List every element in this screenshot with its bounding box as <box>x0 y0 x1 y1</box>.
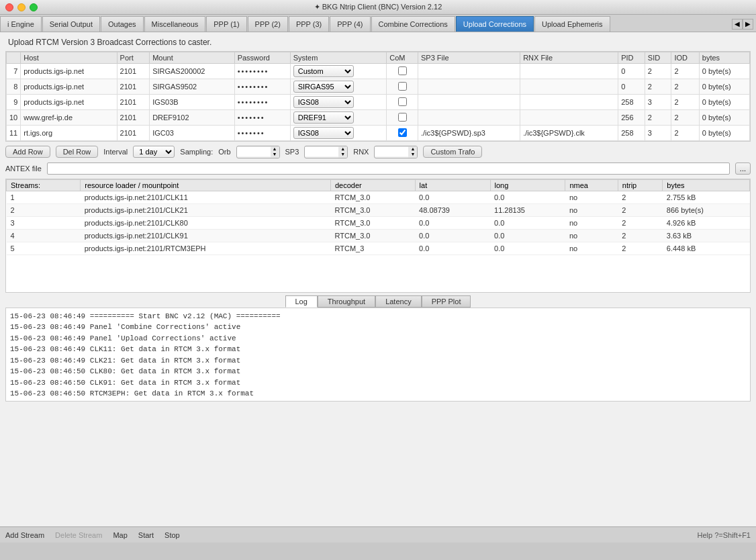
table-row: 11rt.igs.org2101IGC03•••••••CustomIGS08S… <box>7 126 750 141</box>
table-cell <box>418 110 520 126</box>
rnx-down-arrow[interactable]: ▼ <box>408 152 417 157</box>
tab-ppp-(3)[interactable]: PPP (3) <box>289 16 329 32</box>
tab-i-engine[interactable]: i Engine <box>0 16 42 32</box>
table-cell: 0 <box>618 79 645 95</box>
tab-serial-output[interactable]: Serial Output <box>42 16 100 32</box>
sp3-up-arrow[interactable]: ▲ <box>338 146 347 152</box>
add-stream-button[interactable]: Add Stream <box>5 531 44 539</box>
log-tab-throughput[interactable]: Throughput <box>318 295 375 308</box>
orb-spinner[interactable]: 60 sec ▲ ▼ <box>236 146 280 158</box>
table-cell: rt.igs.org <box>21 126 117 141</box>
log-tab-latency[interactable]: Latency <box>375 295 422 308</box>
stream-cell: products.igs-ip.net:2101/CLK21 <box>81 203 331 216</box>
com-checkbox[interactable] <box>398 66 407 75</box>
custom-trafo-button[interactable]: Custom Trafo <box>423 146 482 158</box>
sampling-label: Sampling: <box>180 148 213 156</box>
tab-combine-corrections[interactable]: Combine Corrections <box>371 16 455 32</box>
table-cell <box>418 95 520 110</box>
table-cell: 258 <box>618 126 645 141</box>
stream-cell: products.igs-ip.net:2101/CLK11 <box>81 191 331 203</box>
tab-bar: i EngineSerial OutputOutagesMiscellaneou… <box>0 15 756 32</box>
col-header-password: Password <box>234 52 290 64</box>
col-header-host: Host <box>21 52 117 64</box>
table-cell: 2 <box>671 64 699 79</box>
rnx-input[interactable]: 10 sec <box>375 147 408 156</box>
antex-input[interactable]: /Users/weber/BNC/Example_Configs/Input/i… <box>47 162 730 175</box>
tab-ppp-(2)[interactable]: PPP (2) <box>248 16 288 32</box>
com-checkbox[interactable] <box>398 113 407 122</box>
system-select[interactable]: CustomIGS08SIRGAS95DREF91ETRS89 <box>293 111 354 124</box>
stream-cell: RTCM_3.0 <box>330 203 415 216</box>
table-cell: products.igs-ip.net <box>21 79 117 95</box>
log-tab-log[interactable]: Log <box>285 295 318 308</box>
log-tab-ppp-plot[interactable]: PPP Plot <box>422 295 471 308</box>
table-cell: 7 <box>7 64 21 79</box>
antex-browse-button[interactable]: ... <box>735 162 751 175</box>
sp3-spinner[interactable]: 1 min ▲ ▼ <box>304 146 348 158</box>
sp3-input[interactable]: 1 min <box>305 147 338 156</box>
tab-miscellaneous[interactable]: Miscellaneous <box>144 16 206 32</box>
close-button[interactable] <box>5 3 13 11</box>
tab-ppp-(4)[interactable]: PPP (4) <box>330 16 370 32</box>
stream-cell: 48.08739 <box>415 203 490 216</box>
add-row-button[interactable]: Add Row <box>5 146 50 158</box>
table-cell: SIRGAS200002 <box>150 64 235 79</box>
interval-select[interactable]: 1 day1 hour1 min <box>133 146 175 158</box>
log-area: 15-06-23 08:46:49 ========== Start BNC v… <box>5 308 751 402</box>
table-cell: DREF9102 <box>150 110 235 126</box>
tab-upload-ephemeris[interactable]: Upload Ephemeris <box>534 16 610 32</box>
com-checkbox[interactable] <box>398 82 407 91</box>
orb-label: Orb <box>218 148 230 156</box>
table-row: 8products.igs-ip.net2101SIRGAS9502••••••… <box>7 79 750 95</box>
table-cell: SIRGAS9502 <box>150 79 235 95</box>
stream-cell: 0.0 <box>490 191 565 203</box>
table-cell: IGS03B <box>150 95 235 110</box>
table-cell <box>418 64 520 79</box>
com-checkbox[interactable] <box>398 128 407 137</box>
log-tabs: LogThroughputLatencyPPP Plot <box>5 295 751 308</box>
stream-cell: 2 <box>7 203 81 216</box>
col-header-pid: PID <box>618 52 645 64</box>
table-cell: 2101 <box>117 110 150 126</box>
table-cell: 2 <box>645 110 671 126</box>
col-header-port: Port <box>117 52 150 64</box>
system-select[interactable]: CustomIGS08SIRGAS95DREF91ETRS89 <box>293 81 354 93</box>
log-line: 15-06-23 08:46:49 ========== Start BNC v… <box>10 311 746 322</box>
stream-row: 4products.igs-ip.net:2101/CLK91RTCM_3.00… <box>7 229 750 242</box>
interval-label: Interval <box>103 148 128 156</box>
orb-down-arrow[interactable]: ▼ <box>271 152 279 157</box>
system-select[interactable]: CustomIGS08SIRGAS95DREF91ETRS89 <box>293 96 354 108</box>
sp3-down-arrow[interactable]: ▼ <box>338 152 347 157</box>
stream-row: 5products.igs-ip.net:2101/RTCM3EPHRTCM_3… <box>7 242 750 254</box>
log-line: 15-06-23 08:46:49 Panel 'Combine Correct… <box>10 322 746 333</box>
stop-button[interactable]: Stop <box>164 531 180 539</box>
map-button[interactable]: Map <box>113 531 127 539</box>
minimize-button[interactable] <box>17 3 26 11</box>
rnx-spinner[interactable]: 10 sec ▲ ▼ <box>374 146 418 158</box>
maximize-button[interactable] <box>30 3 38 11</box>
stream-row: 2products.igs-ip.net:2101/CLK21RTCM_3.04… <box>7 203 750 216</box>
tab-upload-corrections[interactable]: Upload Corrections <box>456 16 534 32</box>
table-cell: 2101 <box>117 126 150 141</box>
tab-ppp-(1)[interactable]: PPP (1) <box>206 16 246 32</box>
com-checkbox[interactable] <box>398 97 407 106</box>
orb-input[interactable]: 60 sec <box>237 147 271 156</box>
system-select[interactable]: CustomIGS08SIRGAS95DREF91ETRS89 <box>293 65 354 77</box>
stream-cell: no <box>565 242 618 254</box>
start-button[interactable]: Start <box>138 531 154 539</box>
orb-up-arrow[interactable]: ▲ <box>271 146 279 152</box>
delete-stream-button[interactable]: Delete Stream <box>55 531 102 539</box>
table-cell <box>520 95 618 110</box>
stream-cell: products.igs-ip.net:2101/RTCM3EPH <box>81 242 331 254</box>
rnx-up-arrow[interactable]: ▲ <box>408 146 417 152</box>
system-select[interactable]: CustomIGS08SIRGAS95DREF91ETRS89 <box>293 127 354 139</box>
tab-outages[interactable]: Outages <box>101 16 144 32</box>
table-cell: 0 byte(s) <box>699 110 749 126</box>
table-row: 9products.igs-ip.net2101IGS03B••••••••Cu… <box>7 95 750 110</box>
tab-scroll-right[interactable]: ▶ <box>743 19 753 30</box>
del-row-button[interactable]: Del Row <box>56 146 99 158</box>
corrections-table-container: HostPortMountPasswordSystemCoMSP3 FileRN… <box>5 51 751 142</box>
stream-cell: 4.926 kB <box>663 216 750 229</box>
window-title: ✦ BKG Ntrip Client (BNC) Version 2.12 <box>314 3 442 11</box>
tab-scroll-left[interactable]: ◀ <box>732 19 743 30</box>
